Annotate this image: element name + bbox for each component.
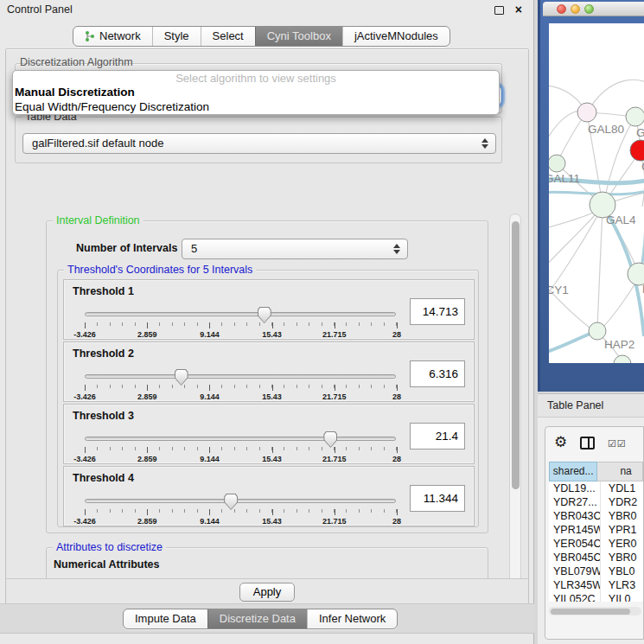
node-label: GAL11 <box>549 172 580 185</box>
node-gal11[interactable] <box>549 155 565 172</box>
control-panel-tabbar: Network Style Select Cyni Toolbox jActiv… <box>73 26 450 47</box>
slider-track[interactable] <box>85 437 396 441</box>
table-horizontal-scrollbar[interactable] <box>549 607 641 615</box>
node-pink[interactable] <box>577 103 596 122</box>
table-row[interactable]: YBR045CYBR0 <box>549 551 643 564</box>
slider-track[interactable] <box>85 499 396 503</box>
threshold-value-field[interactable]: 21.4 <box>410 423 465 450</box>
table-panel-header: Table Panel <box>538 393 644 418</box>
close-icon[interactable]: × <box>515 2 522 17</box>
threshold-slider[interactable] <box>85 498 396 507</box>
slider-ticks <box>85 322 397 329</box>
node-label: HAP2 <box>604 338 634 351</box>
node-red-selected[interactable] <box>630 140 644 161</box>
slider-thumb[interactable] <box>175 369 188 386</box>
apply-strip: Apply <box>6 578 528 604</box>
column-header-name[interactable]: na <box>597 462 643 481</box>
dropdown-item-equal-width[interactable]: Equal Width/Frequency Discretization <box>13 99 499 114</box>
mac-close-icon[interactable] <box>557 4 566 14</box>
table-row[interactable]: YLR345WYLR3 <box>549 578 643 592</box>
slider-thumb[interactable] <box>224 494 238 510</box>
threshold-slider[interactable] <box>85 436 396 444</box>
table-row[interactable]: YBL079WYBL0 <box>549 564 643 578</box>
select-columns-icon[interactable]: ☑☑ <box>608 438 627 450</box>
threshold-label: Threshold 4 <box>73 472 134 484</box>
combo-stepper-icon <box>393 244 400 254</box>
tab-infer-network[interactable]: Infer Network <box>307 609 397 628</box>
thresholds-group-label: Threshold's Coordinates for 5 Intervals <box>64 264 256 276</box>
tab-network[interactable]: Network <box>73 27 152 46</box>
slider-scale: -3.426 2.859 9.144 15.43 21.715 28 <box>85 392 397 402</box>
scrollbar-thumb[interactable] <box>512 221 520 489</box>
cyni-toolbox-panel: Discretization Algorithm Table Data galF… <box>5 48 529 605</box>
threshold-slider[interactable] <box>85 311 396 320</box>
thresholds-group: Threshold's Coordinates for 5 Intervals … <box>57 270 479 527</box>
node-label: GCY1 <box>549 284 569 296</box>
table-rows: YDL19...YDL1 YDR27...YDR2 YBR043CYBR0 YP… <box>549 481 643 602</box>
threshold-value-field[interactable]: 6.316 <box>410 360 465 387</box>
mac-zoom-icon[interactable] <box>584 4 594 14</box>
discretization-algorithm-label: Discretization Algorithm <box>20 56 133 68</box>
gear-icon[interactable]: ⚙ <box>554 433 567 451</box>
table-row[interactable]: YBR043CYBR0 <box>549 509 643 523</box>
table-row[interactable]: YIL052CYIL0 <box>549 592 643 602</box>
network-canvas[interactable]: GAL80 GA C GAL11 GAL4 GCY1 H HAP2 <box>549 23 644 363</box>
node-label: GA <box>636 126 644 139</box>
table-row[interactable]: YPR145WYPR1 <box>549 523 643 537</box>
threshold-label: Threshold 2 <box>73 348 134 360</box>
number-of-intervals-value: 5 <box>191 239 197 258</box>
slider-track[interactable] <box>85 312 396 316</box>
column-header-shared-name[interactable]: shared... <box>549 462 597 481</box>
table-data-combobox[interactable]: galFiltered.sif default node <box>22 133 496 154</box>
slider-thumb[interactable] <box>323 431 337 448</box>
table-row[interactable]: YER054CYER0 <box>549 537 643 551</box>
slider-ticks <box>85 447 397 454</box>
float-window-icon[interactable] <box>494 6 504 15</box>
apply-button[interactable]: Apply <box>239 583 295 602</box>
tab-cyni-toolbox[interactable]: Cyni Toolbox <box>255 27 342 46</box>
threshold-row: Threshold 1 -3.426 2.859 9.144 15. <box>63 279 475 340</box>
network-node-labels: GAL80 GA C GAL11 GAL4 GCY1 H HAP2 <box>549 123 644 351</box>
network-graph: GAL80 GA C GAL11 GAL4 GCY1 H HAP2 <box>549 23 644 363</box>
table-header-row: shared... na <box>549 462 643 481</box>
node-label: GAL80 <box>588 123 624 136</box>
algorithm-dropdown-popup: Select algorithm to view settings Manual… <box>12 70 500 115</box>
slider-thumb[interactable] <box>258 307 271 323</box>
tab-network-label: Network <box>99 27 141 46</box>
node-table: shared... na YDL19...YDL1 YDR27...YDR2 Y… <box>549 462 643 602</box>
network-icon <box>85 30 95 42</box>
tab-style[interactable]: Style <box>152 27 201 46</box>
tab-impute-data[interactable]: Impute Data <box>124 609 207 628</box>
dropdown-placeholder-item: Select algorithm to view settings <box>13 71 499 85</box>
settings-scrollbar[interactable] <box>509 214 521 627</box>
tab-jactivemnodules[interactable]: jActiveMNodules <box>342 27 450 46</box>
node-bottom[interactable] <box>614 355 631 363</box>
node-label: GAL4 <box>606 214 636 226</box>
table-toolbar: ⚙ ☑☑ <box>545 427 643 460</box>
cyni-bottom-tabbar: Impute Data Discretize Data Infer Networ… <box>123 609 398 629</box>
number-of-intervals-combobox[interactable]: 5 <box>182 239 408 259</box>
tab-discretize-data[interactable]: Discretize Data <box>207 609 307 628</box>
network-view-window: GAL80 GA C GAL11 GAL4 GCY1 H HAP2 <box>538 0 644 392</box>
table-row[interactable]: YDR27...YDR2 <box>549 495 643 509</box>
threshold-label: Threshold 1 <box>73 285 134 297</box>
threshold-label: Threshold 3 <box>73 410 134 422</box>
dropdown-item-manual-discretization[interactable]: Manual Discretization <box>13 85 499 99</box>
scrollbar-thumb[interactable] <box>551 609 630 615</box>
table-data-group: Table Data galFiltered.sif default node <box>15 117 502 163</box>
threshold-value-field[interactable]: 14.713 <box>410 298 465 325</box>
node-green[interactable] <box>626 107 644 126</box>
combo-stepper-icon <box>481 138 488 149</box>
numerical-attributes-label: Numerical Attributes <box>54 558 159 571</box>
table-row[interactable]: YDL19...YDL1 <box>549 481 643 495</box>
threshold-row: Threshold 3 -3.426 2.859 9.144 15. <box>63 404 475 464</box>
columns-icon[interactable] <box>580 437 595 450</box>
mac-minimize-icon[interactable] <box>571 4 580 14</box>
node-hap2[interactable] <box>589 322 606 340</box>
slider-track[interactable] <box>85 374 396 379</box>
network-nodes[interactable] <box>549 103 644 363</box>
network-window-titlebar <box>543 2 644 16</box>
tab-select[interactable]: Select <box>201 27 255 46</box>
threshold-value-field[interactable]: 11.344 <box>410 485 465 512</box>
threshold-slider[interactable] <box>85 373 396 382</box>
